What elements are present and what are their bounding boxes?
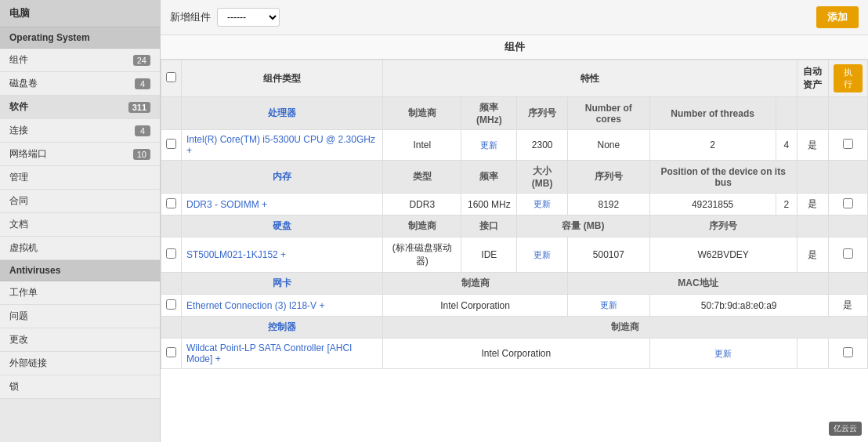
sidebar-section-antiviruses: Antiviruses xyxy=(0,260,160,281)
controller-row: Wildcat Point-LP SATA Controller [AHCI M… xyxy=(161,339,868,369)
processor-plus[interactable]: + xyxy=(186,145,192,156)
memory-group-header: 内存 类型 频率 大小 (MB) 序列号 Position of the dev… xyxy=(161,161,868,194)
proc-cores: 2 xyxy=(649,130,776,161)
processor-checkbox[interactable] xyxy=(166,139,176,149)
col-component-type: 组件类型 xyxy=(182,60,383,97)
controller-manufacturer: Intel Corporation xyxy=(383,339,649,369)
sidebar-item-software[interactable]: 软件 311 xyxy=(0,96,160,119)
sidebar-item-lock[interactable]: 锁 xyxy=(0,375,160,399)
controller-checkbox[interactable] xyxy=(166,347,176,357)
nic-checkbox[interactable] xyxy=(166,299,176,310)
controller-is-auto xyxy=(797,339,828,369)
proc-manufacturer: Intel xyxy=(383,130,461,161)
disk-name-link[interactable]: ST500LM021-1KJ152 xyxy=(186,249,278,260)
disk-label[interactable]: 硬盘 xyxy=(182,216,383,237)
nic-update-link[interactable]: 更新 xyxy=(600,300,617,310)
processor-name-link[interactable]: Intel(R) Core(TM) i5-5300U CPU @ 2.30GHz xyxy=(186,134,375,145)
sidebar-item-external-links[interactable]: 外部链接 xyxy=(0,352,160,375)
sidebar-item-manage[interactable]: 管理 xyxy=(0,166,160,190)
controller-label[interactable]: 控制器 xyxy=(182,317,383,339)
proc-col-serial: 序列号 xyxy=(517,97,568,130)
disk-row: ST500LM021-1KJ152 + (标准磁盘驱动器) IDE 更新 500… xyxy=(161,237,868,273)
processor-row: Intel(R) Core(TM) i5-5300U CPU @ 2.30GHz… xyxy=(161,130,868,161)
proc-col-manufacturer: 制造商 xyxy=(383,97,461,130)
mem-col-freq: 频率 xyxy=(461,161,517,194)
new-component-label: 新增组件 xyxy=(170,10,211,24)
proc-col-cores: Number of cores xyxy=(568,97,649,130)
select-all-checkbox[interactable] xyxy=(166,72,176,82)
disk-col-manufacturer: 制造商 xyxy=(383,216,461,237)
controller-exec-checkbox[interactable] xyxy=(843,347,853,357)
disk-group-header: 硬盘 制造商 接口 容量 (MB) 序列号 xyxy=(161,216,868,237)
mem-col-serial: 序列号 xyxy=(568,161,649,194)
sidebar-item-network-ports[interactable]: 网络端口 10 xyxy=(0,143,160,166)
disk-checkbox[interactable] xyxy=(166,248,176,259)
component-type-select[interactable]: ------ xyxy=(217,8,280,27)
sidebar-item-docs[interactable]: 文档 xyxy=(0,213,160,237)
nic-mac: 50:7b:9d:a8:e0:a9 xyxy=(649,295,828,317)
sidebar: 电脑 Operating System 组件 24 磁盘卷 4 软件 311 连… xyxy=(0,0,161,442)
sidebar-item-issues[interactable]: 问题 xyxy=(0,305,160,328)
main-content: 新增组件 ------ 添加 组件 组件类型 特性 自动资产 执行 处理器 xyxy=(161,0,868,442)
sidebar-item-components[interactable]: 组件 24 xyxy=(0,49,160,72)
processor-label[interactable]: 处理器 xyxy=(182,97,383,130)
controller-name-link[interactable]: Wildcat Point-LP SATA Controller [AHCI M… xyxy=(186,342,352,364)
nic-group-header: 网卡 制造商 MAC地址 xyxy=(161,273,868,295)
disk-update-link[interactable]: 更新 xyxy=(533,250,551,259)
disk-col-capacity: 容量 (MB) xyxy=(517,216,649,237)
proc-threads: 4 xyxy=(776,130,797,161)
col-properties: 特性 xyxy=(383,60,797,97)
disk-interface: IDE xyxy=(461,237,517,273)
mem-col-type: 类型 xyxy=(383,161,461,194)
mem-col-size: 大小 (MB) xyxy=(517,161,568,194)
sidebar-item-connections[interactable]: 连接 4 xyxy=(0,119,160,143)
mem-serial: 49231855 xyxy=(649,194,776,216)
proc-col-threads: Number of threads xyxy=(649,97,776,130)
proc-update-link[interactable]: 更新 xyxy=(480,140,497,150)
mem-update-link[interactable]: 更新 xyxy=(533,199,551,208)
nic-plus[interactable]: + xyxy=(319,300,324,311)
sidebar-item-contracts[interactable]: 合同 xyxy=(0,190,160,213)
col-execute[interactable]: 执行 xyxy=(828,60,867,97)
watermark: 亿云云 xyxy=(829,422,862,436)
memory-checkbox[interactable] xyxy=(166,198,176,208)
section-title: 组件 xyxy=(161,35,868,60)
content-area: 组件 组件类型 特性 自动资产 执行 处理器 制造商 频率 (MHz) 序列号 … xyxy=(161,35,868,442)
mem-exec-checkbox[interactable] xyxy=(843,198,853,208)
disk-is-auto: 是 xyxy=(797,237,828,273)
proc-exec-checkbox[interactable] xyxy=(843,139,853,149)
disk-plus[interactable]: + xyxy=(280,249,286,260)
nic-name-link[interactable]: Ethernet Connection (3) I218-V xyxy=(186,300,316,311)
memory-row: DDR3 - SODIMM + DDR3 1600 MHz 更新 8192 49… xyxy=(161,194,868,216)
memory-name-link[interactable]: DDR3 - SODIMM xyxy=(186,199,259,210)
nic-label[interactable]: 网卡 xyxy=(182,273,383,295)
top-bar: 新增组件 ------ 添加 xyxy=(161,0,868,35)
sidebar-item-disk[interactable]: 磁盘卷 4 xyxy=(0,72,160,96)
components-table: 组件类型 特性 自动资产 执行 处理器 制造商 频率 (MHz) 序列号 Num… xyxy=(161,60,868,369)
proc-is-auto: 是 xyxy=(797,130,828,161)
col-auto-asset: 自动资产 xyxy=(797,60,828,97)
controller-update-link[interactable]: 更新 xyxy=(714,349,732,358)
disk-col-interface: 接口 xyxy=(461,216,517,237)
add-button[interactable]: 添加 xyxy=(816,6,859,28)
sidebar-item-workorders[interactable]: 工作单 xyxy=(0,281,160,305)
mem-type: DDR3 xyxy=(383,194,461,216)
sidebar-section-os: Operating System xyxy=(0,27,160,49)
processor-group-header: 处理器 制造商 频率 (MHz) 序列号 Number of cores Num… xyxy=(161,97,868,130)
disk-col-serial: 序列号 xyxy=(649,216,797,237)
memory-plus[interactable]: + xyxy=(262,199,267,210)
disk-manufacturer: (标准磁盘驱动器) xyxy=(383,237,461,273)
mem-frequency: 1600 MHz xyxy=(461,194,517,216)
nic-col-mac: MAC地址 xyxy=(568,273,829,295)
proc-col-freq: 频率 (MHz) xyxy=(461,97,517,130)
controller-group-header: 控制器 制造商 xyxy=(161,317,868,339)
disk-exec-checkbox[interactable] xyxy=(843,248,853,259)
mem-size: 8192 xyxy=(568,194,649,216)
sidebar-item-vms[interactable]: 虚拟机 xyxy=(0,237,160,260)
controller-plus[interactable]: + xyxy=(215,353,221,364)
nic-manufacturer: Intel Corporation xyxy=(383,295,568,317)
memory-label[interactable]: 内存 xyxy=(182,161,383,194)
nic-row: Ethernet Connection (3) I218-V + Intel C… xyxy=(161,295,868,317)
sidebar-item-changes[interactable]: 更改 xyxy=(0,328,160,352)
execute-button[interactable]: 执行 xyxy=(834,64,863,92)
